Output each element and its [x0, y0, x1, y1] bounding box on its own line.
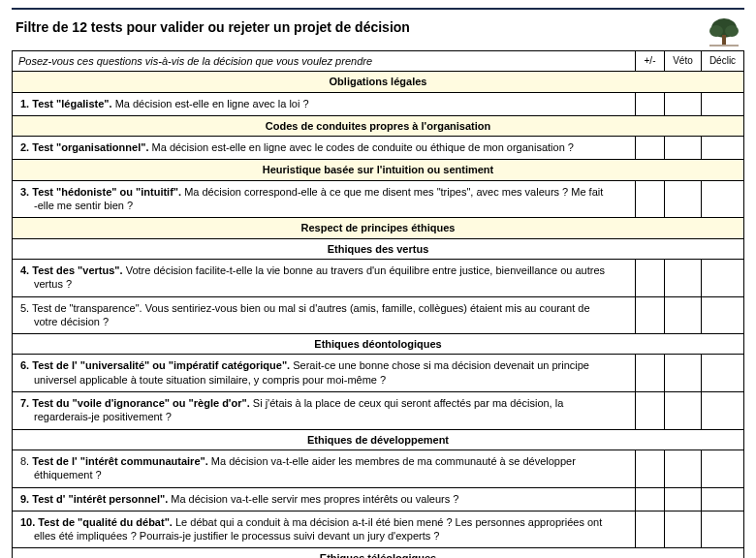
cell-declic: [702, 487, 744, 511]
cell-veto: [665, 259, 702, 296]
cell-declic: [702, 296, 744, 334]
section-header: Obligations légales: [13, 72, 744, 92]
svg-point-1: [709, 25, 723, 37]
subsection-header: Ethiques de développement: [13, 429, 744, 450]
test-text: 4. Test des "vertus". Votre décision fac…: [13, 259, 636, 296]
subsection-row: Ethiques des vertus: [13, 238, 744, 259]
subsection-header: Ethiques des vertus: [13, 238, 744, 259]
tree-logo-icon: [704, 16, 744, 50]
test-row: 5. Test de "transparence". Vous sentirie…: [13, 296, 744, 334]
cell-declic: [702, 180, 744, 218]
svg-point-2: [725, 25, 739, 37]
subsection-row: Ethiques de développement: [13, 429, 744, 450]
cell-veto: [665, 511, 702, 548]
cell-declic: [702, 92, 744, 115]
cell-veto: [665, 450, 702, 487]
cell-pm: [636, 392, 665, 430]
subsection-row: Ethiques déontologiques: [13, 334, 744, 355]
test-text: 8. Test de l' "intérêt communautaire". M…: [13, 450, 636, 487]
test-row: 3. Test "hédoniste" ou "intuitif". Ma dé…: [13, 180, 744, 218]
section-header: Respect de principes éthiques: [13, 218, 744, 238]
section-row: Respect de principes éthiques: [13, 218, 744, 238]
test-row: 6. Test de l' "universalité" ou "impérat…: [13, 355, 744, 392]
test-row: 8. Test de l' "intérêt communautaire". M…: [13, 450, 744, 487]
cell-veto: [665, 355, 702, 392]
cell-veto: [665, 92, 702, 115]
instruction-cell: Posez-vous ces questions vis-à-vis de la…: [13, 51, 636, 72]
cell-veto: [665, 487, 702, 511]
cell-declic: [702, 450, 744, 487]
test-text: 2. Test "organisationnel". Ma décision e…: [13, 137, 636, 160]
tests-table: Posez-vous ces questions vis-à-vis de la…: [12, 50, 744, 558]
test-text: 3. Test "hédoniste" ou "intuitif". Ma dé…: [13, 180, 636, 218]
cell-pm: [636, 450, 665, 487]
cell-pm: [636, 259, 665, 296]
cell-veto: [665, 392, 702, 430]
test-row: 9. Test d' "intérêt personnel". Ma décis…: [13, 487, 744, 511]
section-header: Codes de conduites propres à l'organisat…: [13, 115, 744, 136]
cell-pm: [636, 92, 665, 115]
cell-pm: [636, 487, 665, 511]
cell-pm: [636, 296, 665, 334]
test-text: 7. Test du "voile d'ignorance" ou "règle…: [13, 392, 636, 430]
test-row: 1. Test "légaliste". Ma décision est-ell…: [13, 92, 744, 115]
subsection-row: Ethiques téléologiques: [13, 548, 744, 558]
cell-declic: [702, 137, 744, 160]
test-text: 6. Test de l' "universalité" ou "impérat…: [13, 355, 636, 392]
test-text: 10. Test de "qualité du débat". Le débat…: [13, 511, 636, 548]
test-row: 4. Test des "vertus". Votre décision fac…: [13, 259, 744, 296]
col-header-pm: +/-: [636, 51, 665, 72]
instruction-row: Posez-vous ces questions vis-à-vis de la…: [13, 51, 744, 72]
test-row: 2. Test "organisationnel". Ma décision e…: [13, 137, 744, 160]
test-row: 7. Test du "voile d'ignorance" ou "règle…: [13, 392, 744, 430]
cell-declic: [702, 259, 744, 296]
cell-veto: [665, 296, 702, 334]
cell-pm: [636, 137, 665, 160]
cell-declic: [702, 355, 744, 392]
section-row: Heuristique basée sur l'intuition ou sen…: [13, 160, 744, 180]
cell-pm: [636, 180, 665, 218]
test-text: 5. Test de "transparence". Vous sentirie…: [13, 296, 636, 334]
section-header: Heuristique basée sur l'intuition ou sen…: [13, 160, 744, 180]
cell-pm: [636, 355, 665, 392]
test-row: 10. Test de "qualité du débat". Le débat…: [13, 511, 744, 548]
section-row: Codes de conduites propres à l'organisat…: [13, 115, 744, 136]
col-header-veto: Véto: [665, 51, 702, 72]
section-row: Obligations légales: [13, 72, 744, 92]
col-header-declic: Déclic: [702, 51, 744, 72]
cell-declic: [702, 511, 744, 548]
page-title: Filtre de 12 tests pour valider ou rejet…: [12, 16, 410, 45]
svg-rect-3: [722, 35, 726, 45]
cell-veto: [665, 180, 702, 218]
subsection-header: Ethiques téléologiques: [13, 548, 744, 558]
cell-pm: [636, 511, 665, 548]
subsection-header: Ethiques déontologiques: [13, 334, 744, 355]
test-text: 9. Test d' "intérêt personnel". Ma décis…: [13, 487, 636, 511]
cell-declic: [702, 392, 744, 430]
cell-veto: [665, 137, 702, 160]
test-text: 1. Test "légaliste". Ma décision est-ell…: [13, 92, 636, 115]
